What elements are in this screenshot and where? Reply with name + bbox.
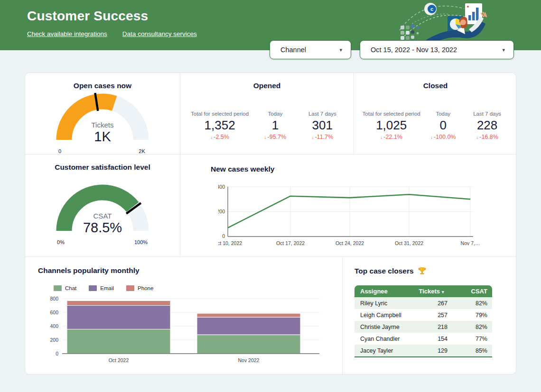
tickets-value: 257 [410,312,452,319]
channel-filter[interactable]: Channel ▾ [270,40,351,59]
kpi-label: Total for selected period [362,111,421,117]
bar-oct-2022 [67,301,170,354]
kpi-delta: ↓-11.7% [299,134,346,140]
csat-value: 77% [452,336,492,342]
down-arrow-icon: ↓ [476,135,478,140]
open-cases-title: Open cases now [25,82,180,90]
x-tick: Nov 2022 [238,357,260,363]
assignee-name: Riley Lyric [354,300,410,307]
kpi-delta: ↓-100.0% [421,134,465,140]
bar-nov-2022 [197,313,300,354]
kpi-delta-value: -16.8% [479,134,498,140]
table-row: Riley Lyric 267 82% [354,297,492,309]
link-data-consultancy[interactable]: Data consultancy services [122,30,197,37]
y-tick: 0 [222,233,225,239]
kpi-total-selected-period: Total for selected period 1,352 ↓-2.5% [188,111,252,140]
open-cases-gauge: Tickets 1K 0 2K [50,90,155,155]
kpi-value: 1,025 [362,118,421,133]
table-rows: Riley Lyric 267 82% Leigh Campbell 257 7… [354,297,492,356]
kpi-total-selected-period: Total for selected period 1,025 ↓-22.1% [362,111,421,140]
table-row: Christie Jayme 218 82% [354,321,492,333]
sort-desc-icon: ▾ [442,290,444,294]
x-tick: Oct 31, 2022 [395,240,423,246]
kpi-delta: ↓-22.1% [362,134,421,140]
gauge-scale-max: 2K [139,148,145,154]
channels-legend: Chat Email Phone [54,285,153,291]
top-closers-table: Assignee Tickets▾ CSAT Riley Lyric 267 8… [354,285,492,357]
dashboard-body: Open cases now Tickets 1K 0 2K Opened To… [25,73,516,374]
down-arrow-icon: ↓ [311,135,314,140]
opened-card: Opened Total for selected period 1,352 ↓… [180,73,354,154]
csat-value: 82% [452,300,492,307]
y-tick: 0 [56,351,58,356]
col-tickets[interactable]: Tickets▾ [410,288,452,295]
assignee-name: Jacey Tayler [354,347,410,354]
trophy-icon [418,266,427,275]
tickets-value: 129 [410,347,452,354]
col-tickets-label: Tickets [419,288,440,295]
gauge-metric-label: CSAT [93,212,112,220]
dots-grid [401,25,419,40]
kpi-value: 1,352 [188,118,252,133]
legend-label: Phone [138,285,153,291]
kpi-delta: ↓-95.7% [252,134,298,140]
gauge-metric-label: Tickets [92,121,114,129]
weekly-cases-card: New cases weekly 400 200 0 Oct 10, 2022 … [180,154,516,256]
gauge-value: 78.5% [83,220,122,235]
tickets-value: 267 [410,300,452,307]
kpi-delta-value: -22.1% [383,134,402,140]
email-swatch [89,285,97,291]
gauge-scale-min: 0% [57,239,65,245]
top-closers-title: Top case closers [354,267,414,275]
csat-title: Customer satisfaction level [25,163,180,172]
down-arrow-icon: ↓ [210,135,213,140]
table-row: Leigh Campbell 257 79% [354,309,492,321]
weekly-cases-line-chart: 400 200 0 Oct 10, 2022 Oct 17, 2022 Oct … [218,181,513,252]
csat-card: Customer satisfaction level CSAT 78.5% 0… [25,154,180,256]
y-tick: 400 [50,323,58,329]
header-links: Check available integrations Data consul… [27,30,197,37]
line-series-new-cases [228,194,470,228]
x-tick: Nov 7,… [461,240,480,246]
kpi-last-7-days: Last 7 days 228 ↓-16.8% [465,111,509,140]
kpi-value: 301 [299,118,346,133]
y-tick: 400 [218,184,225,190]
down-arrow-icon: ↓ [380,135,382,140]
legend-item-chat: Chat [54,285,76,291]
x-tick: Oct 2022 [109,357,129,363]
link-check-integrations[interactable]: Check available integrations [27,30,107,37]
x-tick: Oct 17, 2022 [276,240,305,246]
x-tick: Oct 24, 2022 [336,240,364,246]
table-header-row: Assignee Tickets▾ CSAT [354,285,492,297]
kpi-delta: ↓-2.5% [188,134,252,140]
kpi-label: Last 7 days [465,111,509,117]
y-tick: 600 [50,310,58,315]
top-closers-card: Top case closers Assignee Tickets▾ CSAT [342,256,516,374]
assignee-name: Cyan Chandler [354,336,410,342]
x-tick: Oct 10, 2022 [218,240,242,246]
channels-title: Channels popularity monthly [38,266,140,275]
col-csat[interactable]: CSAT [452,288,492,295]
date-range-value: Oct 15, 2022 - Nov 13, 2022 [371,46,457,54]
closed-kpis: Total for selected period 1,025 ↓-22.1% … [354,111,516,140]
chat-swatch [54,285,62,291]
table-row: Cyan Chandler 154 77% [354,333,492,345]
kpi-value: 0 [421,118,465,133]
csat-value: 85% [452,347,492,354]
kpi-delta-value: -100.0% [434,134,456,140]
down-arrow-icon: ↓ [264,135,267,140]
kpi-label: Last 7 days [299,111,346,117]
table-row: Jacey Tayler 129 85% [354,345,492,356]
kpi-label: Today [252,111,298,117]
closed-title: Closed [354,82,516,90]
col-assignee[interactable]: Assignee [354,288,410,295]
kpi-label: Today [421,111,465,117]
gauge-value: 1K [94,129,111,144]
svg-text:c: c [430,6,433,12]
legend-item-email: Email [89,285,114,291]
opened-title: Opened [180,82,354,90]
date-range-filter[interactable]: Oct 15, 2022 - Nov 13, 2022 ▾ [360,40,514,59]
legend-label: Email [100,285,114,291]
assignee-name: Leigh Campbell [354,312,410,319]
kpi-delta-value: -2.5% [214,134,229,140]
